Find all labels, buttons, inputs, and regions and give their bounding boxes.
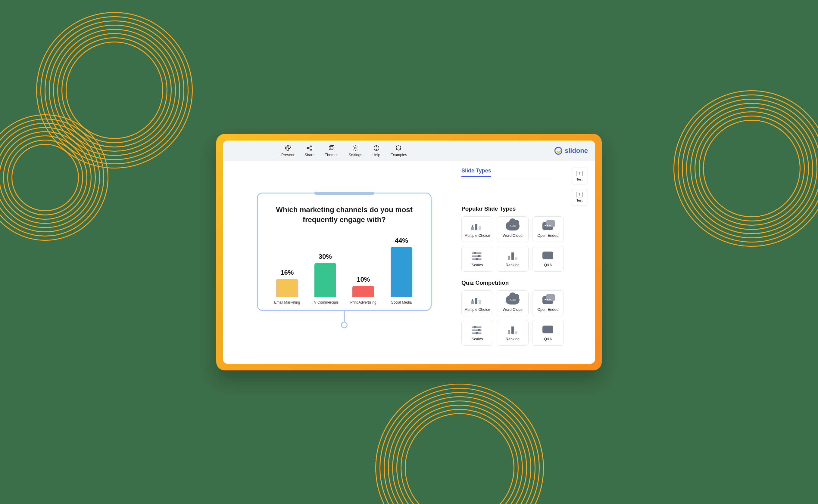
- toolbar-items: Present Share Themes: [281, 144, 407, 157]
- svg-rect-11: [471, 227, 474, 230]
- text-tile-icon: T: [576, 192, 583, 197]
- side-tile-label: Test: [576, 199, 582, 202]
- slide-type-card[interactable]: Ranking: [497, 320, 528, 346]
- app-window: Present Share Themes: [223, 141, 595, 364]
- scales-icon: [470, 324, 484, 335]
- svg-rect-27: [474, 326, 476, 328]
- slide-type-label: Word Cloud: [503, 233, 522, 238]
- multiple-choice-icon: [470, 221, 484, 231]
- share-button[interactable]: Share: [305, 144, 315, 157]
- svg-rect-6: [329, 146, 333, 150]
- bar-label: Email Marketing: [274, 300, 300, 305]
- tab-underline: [461, 179, 552, 179]
- ranking-icon: [506, 250, 519, 261]
- slide-type-card[interactable]: Scales: [461, 246, 493, 272]
- slide-preview[interactable]: Which marketing channels do you most fre…: [257, 193, 432, 311]
- svg-rect-15: [474, 252, 476, 254]
- slide-type-card[interactable]: ABCWord Cloud: [497, 216, 528, 242]
- qa-icon: [541, 250, 555, 261]
- svg-rect-31: [476, 332, 478, 334]
- slide-stand-base: [341, 322, 348, 328]
- slide-type-card[interactable]: Scales: [461, 320, 493, 346]
- side-tile-column: T Test T Test: [571, 168, 588, 206]
- word-cloud-icon: ABC: [506, 221, 519, 231]
- bar-value: 16%: [281, 269, 294, 277]
- slide-type-label: Word Cloud: [503, 308, 522, 312]
- slide-type-grid: Multiple ChoiceABCWord CloudOpen EndedSc…: [461, 290, 564, 346]
- bar-value: 44%: [395, 237, 408, 245]
- toolbar-label: Share: [305, 153, 315, 157]
- gear-icon: [352, 144, 359, 152]
- bar-value: 10%: [357, 276, 370, 283]
- slide-type-card[interactable]: Ranking: [497, 246, 528, 272]
- slide-type-label: Ranking: [506, 337, 519, 341]
- slide-type-label: Scales: [472, 337, 483, 341]
- word-cloud-icon: ABC: [506, 295, 519, 305]
- open-ended-icon: [541, 221, 555, 231]
- decorative-arcs: [375, 384, 544, 504]
- text-tile-icon: T: [576, 171, 583, 176]
- slide-type-label: Open Ended: [537, 233, 558, 238]
- app-frame: Present Share Themes: [216, 134, 602, 370]
- svg-point-0: [287, 148, 287, 148]
- side-tile-test[interactable]: T Test: [571, 168, 588, 184]
- toolbar-label: Present: [281, 153, 294, 157]
- slide-type-label: Ranking: [506, 263, 519, 267]
- slide-type-card[interactable]: Multiple Choice: [461, 290, 493, 316]
- svg-rect-23: [471, 301, 474, 304]
- svg-rect-7: [330, 145, 334, 149]
- bar-label: TV Commercials: [312, 300, 339, 305]
- svg-rect-17: [478, 255, 480, 257]
- ranking-icon: [506, 324, 519, 335]
- bar-chart: 16%Email Marketing30%TV Commercials10%Pr…: [268, 229, 420, 305]
- themes-button[interactable]: Themes: [325, 144, 338, 157]
- slide-type-card[interactable]: ABCWord Cloud: [497, 290, 528, 316]
- bar: [315, 263, 336, 297]
- side-tile-test[interactable]: T Test: [571, 189, 588, 206]
- bar: [276, 279, 298, 297]
- toolbar: Present Share Themes: [223, 141, 595, 161]
- open-ended-icon: [541, 295, 555, 305]
- slide-type-label: Multiple Choice: [464, 233, 490, 238]
- puzzle-icon: [395, 144, 402, 152]
- svg-rect-33: [511, 326, 514, 334]
- slide-type-label: Multiple Choice: [464, 308, 490, 312]
- svg-rect-19: [476, 258, 478, 260]
- themes-icon: [328, 144, 335, 152]
- svg-rect-29: [478, 329, 480, 331]
- svg-rect-32: [508, 330, 510, 334]
- slide-type-card[interactable]: Q&A: [532, 320, 564, 346]
- brand-checkmark-icon: [554, 147, 562, 155]
- slide-type-card[interactable]: Open Ended: [532, 290, 564, 316]
- bar-column: 44%Social Media: [383, 237, 420, 305]
- settings-button[interactable]: Settings: [349, 144, 362, 157]
- present-button[interactable]: Present: [281, 144, 294, 157]
- slide-type-card[interactable]: Q&A: [532, 246, 564, 272]
- slide-type-label: Q&A: [544, 263, 552, 267]
- tab-slide-types[interactable]: Slide Types: [461, 168, 491, 177]
- main-content: Which marketing channels do you most fre…: [223, 161, 595, 364]
- decorative-arcs: [0, 114, 108, 241]
- decorative-arcs: [36, 12, 193, 169]
- svg-rect-21: [511, 252, 514, 260]
- svg-rect-22: [515, 257, 517, 260]
- svg-rect-34: [515, 331, 517, 334]
- share-icon: [306, 144, 313, 152]
- svg-rect-20: [508, 256, 510, 260]
- slide-question: Which marketing channels do you most fre…: [268, 205, 420, 224]
- side-tile-label: Test: [576, 178, 582, 181]
- scales-icon: [470, 250, 484, 261]
- section-title: Popular Slide Types: [461, 206, 588, 212]
- slide-type-grid: Multiple ChoiceABCWord CloudOpen EndedSc…: [461, 216, 564, 272]
- help-button[interactable]: Help: [373, 144, 380, 157]
- svg-rect-14: [472, 252, 482, 254]
- slide-type-card[interactable]: Open Ended: [532, 216, 564, 242]
- svg-point-8: [355, 147, 356, 149]
- slide-type-label: Scales: [472, 263, 483, 267]
- examples-button[interactable]: Examples: [391, 144, 407, 157]
- slide-handle: [314, 192, 374, 195]
- toolbar-label: Settings: [349, 153, 362, 157]
- toolbar-label: Examples: [391, 153, 407, 157]
- palette-icon: [284, 144, 292, 152]
- slide-type-card[interactable]: Multiple Choice: [461, 216, 493, 242]
